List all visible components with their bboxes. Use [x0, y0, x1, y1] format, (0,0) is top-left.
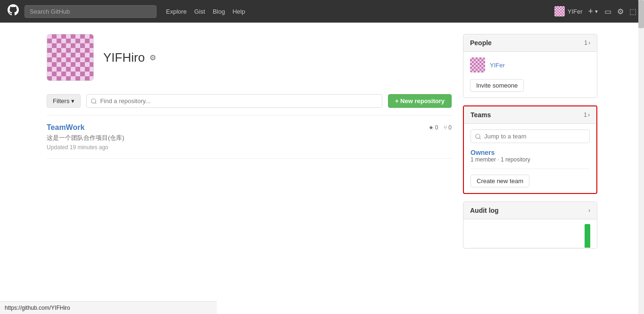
team-name-link[interactable]: Owners	[471, 149, 495, 156]
nav-explore[interactable]: Explore	[166, 8, 187, 15]
filters-chevron-icon: ▾	[71, 97, 74, 105]
fork-icon: ⑂	[444, 124, 447, 131]
list-item: Owners 1 member · 1 repository	[471, 149, 590, 163]
scrollbar-thumb[interactable]	[638, 0, 644, 28]
user-menu[interactable]: YIFer	[554, 6, 583, 16]
teams-section: Teams 1 › Owners 1 member · 1 repository…	[463, 105, 597, 194]
people-chevron-icon: ›	[588, 40, 590, 46]
repo-description: 这是一个团队合作项目(仓库)	[47, 134, 452, 142]
create-new-team-button[interactable]: Create new team	[471, 175, 529, 187]
table-row: TeamWork ★ 0 ⑂ 0 这是一个团队合作项目(仓库) Updated …	[47, 116, 452, 159]
teams-chevron-icon: ›	[588, 112, 590, 118]
audit-divider	[470, 248, 590, 248]
people-section-body: YIFer Invite someone	[463, 52, 597, 97]
people-section-title: People	[470, 39, 492, 47]
repo-search-input[interactable]	[86, 94, 382, 108]
org-header: YIFHiro ⚙	[47, 34, 452, 81]
teams-section-body: Owners 1 member · 1 repository Create ne…	[464, 124, 596, 193]
repo-forks: ⑂ 0	[444, 124, 452, 131]
teams-count-link[interactable]: 1 ›	[584, 112, 590, 118]
plus-menu[interactable]: + ▼	[588, 7, 599, 16]
gear-icon[interactable]: ⚙	[617, 7, 624, 16]
people-count: 1	[584, 40, 587, 46]
teams-count: 1	[584, 112, 587, 118]
star-icon: ★	[429, 124, 434, 131]
github-logo-icon[interactable]	[8, 4, 19, 18]
repo-list: TeamWork ★ 0 ⑂ 0 这是一个团队合作项目(仓库) Updated …	[47, 115, 452, 159]
filters-label: Filters	[53, 97, 69, 105]
user-link[interactable]: YIFer	[490, 62, 505, 69]
watch-icon[interactable]: ▭	[604, 7, 611, 16]
filters-button[interactable]: Filters ▾	[47, 94, 81, 108]
audit-log-section: Audit log ›	[463, 201, 597, 249]
repo-stars: ★ 0	[429, 124, 438, 131]
invite-someone-button[interactable]: Invite someone	[470, 79, 524, 92]
nav-help[interactable]: Help	[232, 8, 245, 15]
org-info: YIFHiro ⚙	[103, 50, 156, 65]
org-name-row: YIFHiro ⚙	[103, 50, 156, 65]
people-section-header: People 1 ›	[463, 34, 597, 52]
org-avatar	[47, 34, 94, 81]
audit-chevron-icon: ›	[588, 207, 590, 214]
team-meta: 1 member · 1 repository	[471, 156, 590, 163]
repo-updated: Updated 19 minutes ago	[47, 144, 452, 151]
navbar-right: YIFer + ▼ ▭ ⚙ ⬚	[554, 6, 636, 16]
repo-item-header: TeamWork ★ 0 ⑂ 0	[47, 123, 452, 132]
main-content: YIFHiro ⚙ Filters ▾ + New repository Tea…	[47, 34, 452, 256]
people-section: People 1 › YIFer Invite someone	[463, 34, 597, 98]
star-count: 0	[435, 124, 438, 131]
repo-name-link[interactable]: TeamWork	[47, 123, 84, 132]
sidebar: People 1 › YIFer Invite someone Teams 1	[463, 34, 597, 256]
search-input[interactable]	[25, 5, 157, 18]
org-name: YIFHiro	[103, 50, 145, 65]
new-repo-button[interactable]: + New repository	[388, 94, 452, 108]
nav-gist[interactable]: Gist	[194, 8, 205, 15]
page-wrapper: YIFHiro ⚙ Filters ▾ + New repository Tea…	[39, 23, 605, 267]
username-nav: YIFer	[568, 8, 583, 15]
audit-log-title: Audit log	[470, 207, 499, 214]
nav-blog[interactable]: Blog	[213, 8, 225, 15]
team-search-input[interactable]	[471, 129, 590, 143]
audit-log-body	[463, 219, 597, 248]
repo-toolbar: Filters ▾ + New repository	[47, 94, 452, 108]
audit-bar-chart	[585, 224, 590, 248]
signout-icon[interactable]: ⬚	[629, 7, 636, 16]
divider	[471, 169, 590, 169]
scrollbar[interactable]	[638, 0, 644, 267]
teams-section-title: Teams	[471, 111, 491, 119]
navbar: Explore Gist Blog Help YIFer + ▼ ▭ ⚙ ⬚	[0, 0, 644, 23]
org-settings-icon[interactable]: ⚙	[149, 53, 156, 62]
repo-stats: ★ 0 ⑂ 0	[429, 124, 452, 131]
org-avatar-image	[47, 34, 93, 81]
user-avatar-nav	[554, 6, 565, 16]
teams-section-header: Teams 1 ›	[464, 106, 596, 124]
list-item: YIFer	[470, 57, 590, 72]
fork-count: 0	[448, 124, 452, 131]
audit-log-link[interactable]: ›	[588, 207, 590, 214]
avatar	[470, 57, 485, 72]
audit-log-header: Audit log ›	[463, 202, 597, 219]
people-count-link[interactable]: 1 ›	[584, 40, 590, 46]
nav-links: Explore Gist Blog Help	[166, 8, 245, 15]
